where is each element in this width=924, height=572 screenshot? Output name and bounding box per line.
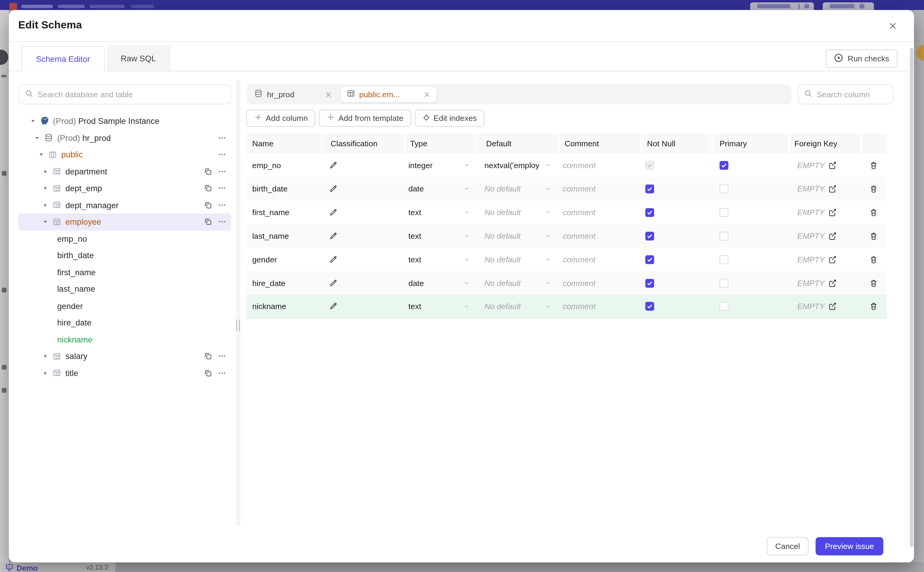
edit-classification-icon[interactable] [329, 208, 338, 217]
tree-item-dept_emp[interactable]: dept_emp [18, 180, 231, 197]
open-tab-public-employee[interactable]: public.em... [340, 86, 437, 103]
tree-item-emp_no[interactable]: emp_no [18, 230, 231, 247]
not-null-checkbox[interactable] [645, 208, 654, 217]
edit-classification-icon[interactable] [329, 302, 338, 311]
default-select[interactable]: No default [476, 177, 558, 201]
edit-classification-icon[interactable] [329, 231, 338, 240]
delete-column-icon[interactable] [869, 231, 878, 240]
more-actions-icon[interactable] [217, 201, 226, 210]
comment-field[interactable]: comment [558, 295, 640, 318]
edit-indexes-button[interactable]: Edit indexes [415, 110, 485, 127]
not-null-checkbox[interactable] [645, 302, 654, 311]
comment-field[interactable]: comment [558, 201, 640, 224]
close-icon[interactable] [887, 20, 899, 32]
more-actions-icon[interactable] [217, 352, 226, 361]
edit-foreign-key-icon[interactable] [828, 255, 837, 264]
column-name-cell[interactable]: gender [247, 248, 321, 271]
caret-down-icon[interactable] [33, 134, 41, 141]
default-select[interactable]: No default [476, 295, 558, 318]
column-search-input[interactable] [817, 90, 882, 99]
tree-item-last_name[interactable]: last_name [18, 281, 231, 297]
tree-item-employee[interactable]: employee [18, 213, 231, 230]
caret-down-icon[interactable] [37, 151, 45, 158]
edit-foreign-key-icon[interactable] [828, 208, 837, 217]
type-select[interactable]: text [404, 295, 476, 318]
comment-field[interactable]: comment [558, 153, 640, 177]
default-select[interactable]: No default [476, 224, 558, 248]
tree-item-instance[interactable]: (Prod) Prod Sample Instance [18, 112, 231, 129]
not-null-checkbox[interactable] [645, 278, 654, 288]
primary-checkbox[interactable] [719, 278, 729, 288]
tree-item-dept_manager[interactable]: dept_manager [18, 197, 231, 213]
delete-column-icon[interactable] [869, 161, 878, 169]
type-select[interactable]: date [404, 177, 476, 201]
tab-schema-editor[interactable]: Schema Editor [21, 46, 105, 72]
close-tab-icon[interactable] [324, 91, 332, 98]
more-actions-icon[interactable] [217, 369, 226, 377]
delete-column-icon[interactable] [869, 278, 878, 288]
caret-right-icon[interactable] [41, 185, 50, 192]
resize-handle-icon[interactable] [236, 320, 240, 331]
comment-field[interactable]: comment [558, 224, 640, 248]
edit-foreign-key-icon[interactable] [828, 161, 837, 169]
column-name-cell[interactable]: first_name [247, 201, 321, 224]
column-name-cell[interactable]: nickname [247, 295, 321, 318]
copy-icon[interactable] [203, 201, 212, 210]
column-name-cell[interactable]: birth_date [247, 177, 321, 201]
more-actions-icon[interactable] [217, 218, 226, 226]
dialog-scrollbar[interactable] [910, 48, 913, 547]
open-tab-hr-prod[interactable]: hr_prod [248, 86, 338, 103]
not-null-checkbox[interactable] [645, 255, 654, 264]
edit-classification-icon[interactable] [329, 278, 338, 288]
run-checks-button[interactable]: Run checks [826, 50, 898, 68]
panel-resize-divider[interactable] [236, 80, 240, 527]
primary-checkbox[interactable] [719, 184, 729, 193]
edit-foreign-key-icon[interactable] [828, 278, 837, 288]
more-actions-icon[interactable] [217, 134, 226, 142]
default-select[interactable]: No default [476, 248, 558, 271]
delete-column-icon[interactable] [869, 184, 878, 193]
copy-icon[interactable] [203, 218, 212, 226]
caret-down-icon[interactable] [41, 218, 50, 225]
delete-column-icon[interactable] [869, 255, 878, 264]
tree-search-input[interactable] [38, 90, 225, 99]
primary-checkbox[interactable] [719, 161, 729, 169]
type-select[interactable]: text [404, 224, 476, 248]
add-from-template-button[interactable]: Add from template [319, 110, 411, 127]
edit-classification-icon[interactable] [329, 161, 338, 169]
edit-foreign-key-icon[interactable] [828, 184, 837, 193]
caret-down-icon[interactable] [29, 118, 37, 125]
copy-icon[interactable] [203, 369, 212, 377]
tree-item-department[interactable]: department [18, 163, 231, 180]
edit-classification-icon[interactable] [329, 184, 338, 193]
more-actions-icon[interactable] [217, 167, 226, 176]
more-actions-icon[interactable] [217, 184, 226, 192]
copy-icon[interactable] [203, 167, 212, 176]
column-name-cell[interactable]: emp_no [247, 153, 321, 177]
copy-icon[interactable] [203, 184, 212, 192]
primary-checkbox[interactable] [719, 302, 729, 311]
primary-checkbox[interactable] [719, 208, 729, 217]
delete-column-icon[interactable] [869, 208, 878, 217]
edit-foreign-key-icon[interactable] [828, 231, 837, 240]
not-null-checkbox[interactable] [645, 231, 654, 240]
type-select[interactable]: integer [404, 153, 476, 177]
type-select[interactable]: date [404, 271, 476, 295]
cancel-button[interactable]: Cancel [767, 537, 809, 555]
more-actions-icon[interactable] [217, 151, 226, 159]
default-select[interactable]: No default [476, 201, 558, 224]
tree-item-hire_date[interactable]: hire_date [18, 314, 231, 331]
type-select[interactable]: text [404, 201, 476, 224]
caret-right-icon[interactable] [41, 201, 50, 208]
edit-classification-icon[interactable] [329, 255, 338, 264]
column-name-cell[interactable]: hire_date [247, 271, 321, 295]
primary-checkbox[interactable] [719, 255, 729, 264]
tree-item-nickname[interactable]: nickname [18, 331, 231, 348]
comment-field[interactable]: comment [558, 248, 640, 271]
caret-right-icon[interactable] [41, 370, 50, 377]
default-select[interactable]: No default [476, 271, 558, 295]
tree-item-title[interactable]: title [18, 365, 231, 381]
not-null-checkbox[interactable] [645, 184, 654, 193]
tree-item-schema-public[interactable]: public [18, 146, 231, 163]
close-tab-icon[interactable] [423, 91, 431, 98]
